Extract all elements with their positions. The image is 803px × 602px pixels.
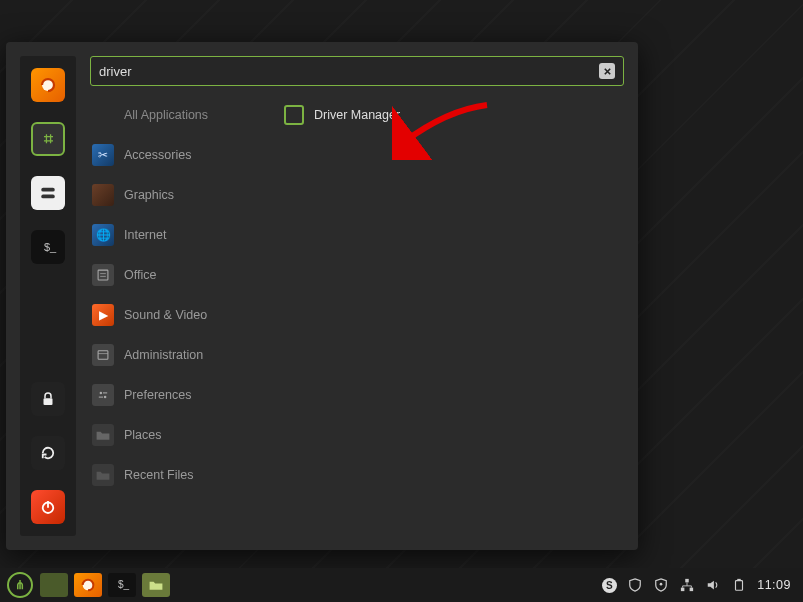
category-all[interactable]: All Applications bbox=[90, 100, 276, 130]
category-label: Preferences bbox=[124, 388, 191, 402]
administration-icon bbox=[92, 344, 114, 366]
firefox-icon bbox=[39, 76, 57, 94]
category-accessories[interactable]: ✂ Accessories bbox=[90, 140, 276, 170]
favorite-terminal-green[interactable]: ⌗ bbox=[31, 122, 65, 156]
volume-icon bbox=[706, 578, 720, 592]
search-box[interactable] bbox=[90, 56, 624, 86]
result-label: Driver Manager bbox=[314, 108, 400, 122]
tray-network[interactable] bbox=[679, 577, 695, 593]
favorite-lock[interactable] bbox=[31, 382, 65, 416]
system-tray: S 11:09 bbox=[601, 577, 797, 593]
folder-recent-icon bbox=[92, 464, 114, 486]
tray-volume[interactable] bbox=[705, 577, 721, 593]
office-icon bbox=[92, 264, 114, 286]
favorites-column: ⌗ $_ bbox=[20, 56, 76, 536]
shield-check-icon bbox=[654, 578, 668, 592]
svg-rect-6 bbox=[98, 270, 108, 280]
category-places[interactable]: Places bbox=[90, 420, 276, 450]
results-list: Driver Manager bbox=[276, 100, 624, 536]
svg-rect-9 bbox=[98, 351, 108, 359]
svg-rect-1 bbox=[41, 188, 55, 192]
category-label: Graphics bbox=[124, 188, 174, 202]
taskbar-show-desktop[interactable] bbox=[40, 573, 68, 597]
category-label: Sound & Video bbox=[124, 308, 207, 322]
favorite-firefox[interactable] bbox=[31, 68, 65, 102]
svg-rect-3 bbox=[44, 398, 53, 405]
favorite-power[interactable] bbox=[31, 490, 65, 524]
favorite-logout[interactable] bbox=[31, 436, 65, 470]
graphics-icon bbox=[92, 184, 114, 206]
taskbar-terminal[interactable]: $_ bbox=[108, 573, 136, 597]
svg-rect-18 bbox=[681, 588, 685, 592]
svg-rect-20 bbox=[736, 581, 743, 591]
folder-icon bbox=[148, 577, 164, 593]
folder-icon bbox=[92, 424, 114, 446]
category-internet[interactable]: 🌐 Internet bbox=[90, 220, 276, 250]
svg-point-16 bbox=[660, 583, 663, 586]
category-label: All Applications bbox=[124, 108, 208, 122]
category-label: Administration bbox=[124, 348, 203, 362]
preferences-icon bbox=[92, 384, 114, 406]
shield-icon bbox=[628, 578, 642, 592]
lock-icon bbox=[39, 390, 57, 408]
taskbar-files[interactable] bbox=[142, 573, 170, 597]
favorite-settings[interactable] bbox=[31, 176, 65, 210]
category-recent[interactable]: Recent Files bbox=[90, 460, 276, 490]
svg-point-13 bbox=[104, 396, 107, 399]
category-graphics[interactable]: Graphics bbox=[90, 180, 276, 210]
firefox-icon bbox=[80, 577, 96, 593]
mint-logo-icon: ⋔ bbox=[7, 572, 33, 598]
start-menu-button[interactable]: ⋔ bbox=[6, 573, 34, 597]
accessories-icon: ✂ bbox=[92, 144, 114, 166]
application-menu: ⌗ $_ All Applications bbox=[6, 42, 638, 550]
category-sound-video[interactable]: ▶ Sound & Video bbox=[90, 300, 276, 330]
menu-main: All Applications ✂ Accessories Graphics … bbox=[76, 56, 624, 536]
clear-search-button[interactable] bbox=[599, 63, 615, 79]
svg-rect-19 bbox=[690, 588, 694, 592]
category-administration[interactable]: Administration bbox=[90, 340, 276, 370]
category-office[interactable]: Office bbox=[90, 260, 276, 290]
tray-firewall[interactable] bbox=[653, 577, 669, 593]
menu-body: All Applications ✂ Accessories Graphics … bbox=[90, 100, 624, 536]
category-label: Office bbox=[124, 268, 156, 282]
category-preferences[interactable]: Preferences bbox=[90, 380, 276, 410]
favorite-terminal-dark[interactable]: $_ bbox=[31, 230, 65, 264]
search-input[interactable] bbox=[99, 64, 599, 79]
power-icon bbox=[39, 498, 57, 516]
svg-rect-17 bbox=[685, 579, 689, 583]
tray-updates[interactable] bbox=[627, 577, 643, 593]
network-icon bbox=[680, 578, 694, 592]
clock[interactable]: 11:09 bbox=[757, 578, 791, 592]
category-label: Places bbox=[124, 428, 162, 442]
category-label: Recent Files bbox=[124, 468, 193, 482]
blank-icon bbox=[92, 104, 114, 126]
play-icon: ▶ bbox=[92, 304, 114, 326]
driver-manager-icon bbox=[284, 105, 304, 125]
svg-rect-21 bbox=[737, 579, 741, 581]
svg-point-11 bbox=[100, 392, 103, 395]
battery-icon bbox=[732, 578, 746, 592]
tray-keyboard-indicator[interactable]: S bbox=[601, 577, 617, 593]
s-badge-icon: S bbox=[602, 578, 617, 593]
categories-list: All Applications ✂ Accessories Graphics … bbox=[90, 100, 276, 536]
taskbar: ⋔ $_ S 11:09 bbox=[0, 568, 803, 602]
internet-icon: 🌐 bbox=[92, 224, 114, 246]
backspace-x-icon bbox=[603, 67, 612, 76]
reload-icon bbox=[39, 444, 57, 462]
category-label: Internet bbox=[124, 228, 166, 242]
toggle-icon bbox=[39, 184, 57, 202]
tray-battery[interactable] bbox=[731, 577, 747, 593]
taskbar-firefox[interactable] bbox=[74, 573, 102, 597]
svg-rect-2 bbox=[41, 195, 55, 199]
category-label: Accessories bbox=[124, 148, 191, 162]
result-driver-manager[interactable]: Driver Manager bbox=[284, 100, 624, 130]
